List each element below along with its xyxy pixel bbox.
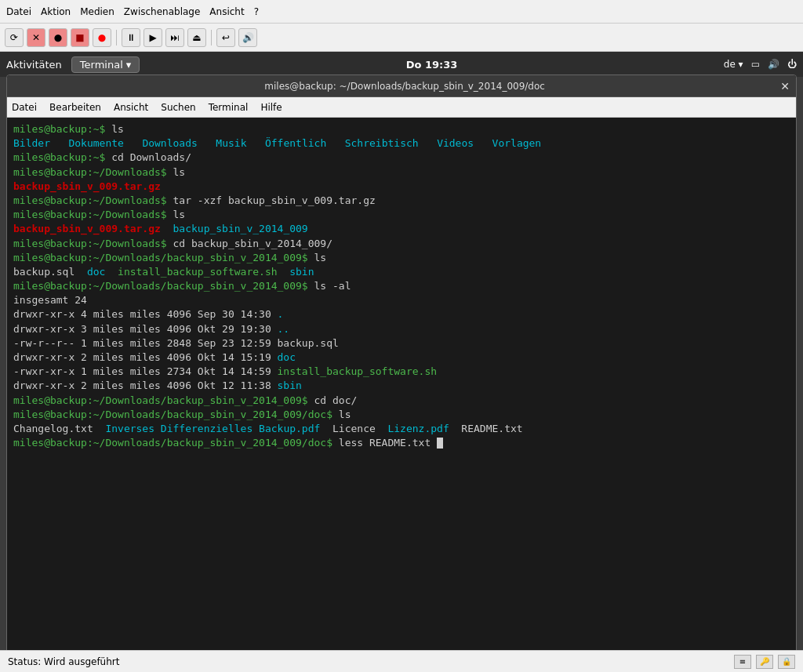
taskbar-clock: Do 19:33: [406, 59, 458, 71]
terminal-line-current: miles@backup:~/Downloads/backup_sbin_v_2…: [13, 436, 790, 450]
toolbar-btn-2[interactable]: ✕: [27, 28, 45, 47]
status-icon-key[interactable]: 🔑: [756, 655, 773, 669]
toolbar-btn-5[interactable]: ●: [93, 28, 111, 47]
term-menu-ansicht[interactable]: Ansicht: [114, 102, 148, 113]
system-menubar: Datei Aktion Medien Zwischenablage Ansic…: [0, 0, 803, 24]
locale-indicator[interactable]: de ▾: [724, 59, 743, 70]
toolbar-btn-play[interactable]: ▶: [144, 28, 162, 47]
screen-icon[interactable]: ▭: [751, 59, 760, 70]
terminal-line: miles@backup:~/Downloads$ ls: [13, 165, 790, 180]
terminal-line: backup_sbin_v_009.tar.gz: [13, 180, 790, 194]
menu-medien[interactable]: Medien: [80, 6, 114, 17]
status-bar: Status: Wird ausgeführt ≡ 🔑 🔒: [0, 650, 803, 672]
menu-datei[interactable]: Datei: [6, 6, 31, 17]
toolbar-btn-pause[interactable]: ⏸: [122, 28, 140, 47]
term-menu-suchen[interactable]: Suchen: [161, 102, 195, 113]
term-menu-hilfe[interactable]: Hilfe: [260, 102, 282, 113]
term-menu-terminal[interactable]: Terminal: [209, 102, 249, 113]
terminal-content[interactable]: miles@backup:~$ ls Bilder Dokumente Down…: [7, 118, 796, 660]
terminal-line: drwxr-xr-x 2 miles miles 4096 Okt 14 15:…: [13, 351, 790, 365]
power-icon[interactable]: ⏻: [787, 59, 797, 70]
terminal-line: miles@backup:~$ cd Downloads/: [13, 151, 790, 165]
taskbar: Aktivitäten Terminal ▾ Do 19:33 de ▾ ▭ 🔊…: [0, 52, 803, 77]
terminal-line: miles@backup:~$ ls: [13, 122, 790, 136]
menu-help[interactable]: ?: [254, 6, 259, 17]
terminal-line: miles@backup:~/Downloads/backup_sbin_v_2…: [13, 394, 790, 408]
status-icon-lock[interactable]: 🔒: [778, 655, 795, 669]
terminal-line: -rwxr-xr-x 1 miles miles 2734 Okt 14 14:…: [13, 365, 790, 379]
terminal-close-btn[interactable]: ✕: [780, 80, 790, 93]
toolbar-btn-sound[interactable]: 🔊: [238, 28, 257, 47]
menu-ansicht[interactable]: Ansicht: [209, 6, 244, 17]
status-icons: ≡ 🔑 🔒: [734, 655, 795, 669]
toolbar: ⟳ ✕ ● ■ ● ⏸ ▶ ⏭ ⏏ ↩ 🔊: [0, 24, 803, 52]
terminal-line: drwxr-xr-x 3 miles miles 4096 Okt 29 19:…: [13, 322, 790, 336]
terminal-window: miles@backup: ~/Downloads/backup_sbin_v_…: [6, 74, 797, 661]
toolbar-btn-1[interactable]: ⟳: [5, 28, 24, 47]
terminal-line: Bilder Dokumente Downloads Musik Öffentl…: [13, 136, 790, 151]
terminal-title: miles@backup: ~/Downloads/backup_sbin_v_…: [29, 81, 780, 92]
status-icon-terminal[interactable]: ≡: [734, 655, 751, 669]
terminal-dropdown-arrow: ▾: [126, 59, 132, 71]
terminal-line: backup.sql doc install_backup_software.s…: [13, 265, 790, 279]
terminal-cursor: [437, 438, 443, 449]
terminal-titlebar: miles@backup: ~/Downloads/backup_sbin_v_…: [7, 75, 796, 97]
toolbar-sep-1: [116, 30, 117, 45]
term-menu-datei[interactable]: Datei: [12, 102, 37, 113]
terminal-line: miles@backup:~/Downloads/backup_sbin_v_2…: [13, 251, 790, 265]
toolbar-btn-undo[interactable]: ↩: [216, 28, 235, 47]
terminal-line: drwxr-xr-x 2 miles miles 4096 Okt 12 11:…: [13, 379, 790, 393]
toolbar-sep-2: [211, 30, 212, 45]
menu-aktion[interactable]: Aktion: [41, 6, 71, 17]
terminal-line: miles@backup:~/Downloads$ cd backup_sbin…: [13, 237, 790, 251]
taskbar-terminal-btn[interactable]: Terminal ▾: [71, 56, 140, 73]
toolbar-btn-eject[interactable]: ⏏: [187, 28, 206, 47]
taskbar-aktivitaten[interactable]: Aktivitäten: [6, 59, 62, 71]
terminal-line: insgesamt 24: [13, 293, 790, 307]
terminal-menubar: Datei Bearbeiten Ansicht Suchen Terminal…: [7, 97, 796, 118]
terminal-line: Changelog.txt Inverses Differenzielles B…: [13, 422, 790, 436]
volume-icon[interactable]: 🔊: [768, 59, 779, 70]
terminal-line: miles@backup:~/Downloads$ tar -xzf backu…: [13, 194, 790, 208]
terminal-line: miles@backup:~/Downloads$ ls: [13, 208, 790, 222]
menu-zwischenablage[interactable]: Zwischenablage: [124, 6, 200, 17]
toolbar-btn-skip[interactable]: ⏭: [165, 28, 184, 47]
terminal-line: miles@backup:~/Downloads/backup_sbin_v_2…: [13, 279, 790, 293]
terminal-line: miles@backup:~/Downloads/backup_sbin_v_2…: [13, 408, 790, 422]
status-text: Status: Wird ausgeführt: [8, 656, 119, 667]
terminal-label: Terminal: [80, 59, 123, 71]
toolbar-btn-3[interactable]: ●: [49, 28, 67, 47]
term-menu-bearbeiten[interactable]: Bearbeiten: [49, 102, 101, 113]
terminal-line: drwxr-xr-x 4 miles miles 4096 Sep 30 14:…: [13, 307, 790, 321]
terminal-line: -rw-r--r-- 1 miles miles 2848 Sep 23 12:…: [13, 336, 790, 351]
toolbar-btn-4[interactable]: ■: [71, 28, 89, 47]
terminal-line: backup_sbin_v_009.tar.gz backup_sbin_v_2…: [13, 222, 790, 236]
